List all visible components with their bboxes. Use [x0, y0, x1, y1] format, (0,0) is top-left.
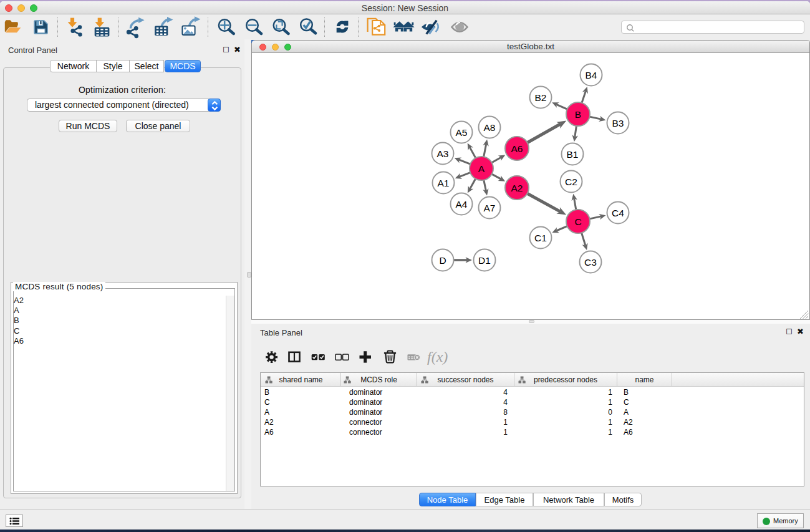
svg-text:B2: B2	[535, 92, 547, 103]
svg-text:A1: A1	[438, 178, 450, 188]
svg-text:B: B	[575, 109, 581, 120]
svg-text:A6: A6	[511, 143, 523, 154]
svg-text:D: D	[439, 255, 446, 266]
svg-text:B1: B1	[567, 149, 579, 160]
svg-text:B3: B3	[612, 118, 624, 128]
svg-text:C3: C3	[584, 257, 597, 268]
svg-text:A7: A7	[484, 203, 496, 213]
svg-text:D1: D1	[478, 255, 491, 266]
svg-text:A: A	[478, 163, 485, 174]
svg-text:A2: A2	[511, 183, 523, 193]
svg-text:f(x): f(x)	[427, 349, 448, 365]
svg-text:C2: C2	[565, 177, 577, 187]
svg-text:B4: B4	[586, 70, 597, 80]
svg-text:C: C	[574, 216, 581, 227]
svg-text:A4: A4	[456, 199, 468, 210]
svg-text:A3: A3	[437, 148, 449, 159]
svg-text:A5: A5	[456, 127, 468, 138]
svg-text:C1: C1	[534, 233, 547, 243]
svg-text:C4: C4	[612, 208, 624, 218]
svg-text:A8: A8	[484, 122, 496, 133]
